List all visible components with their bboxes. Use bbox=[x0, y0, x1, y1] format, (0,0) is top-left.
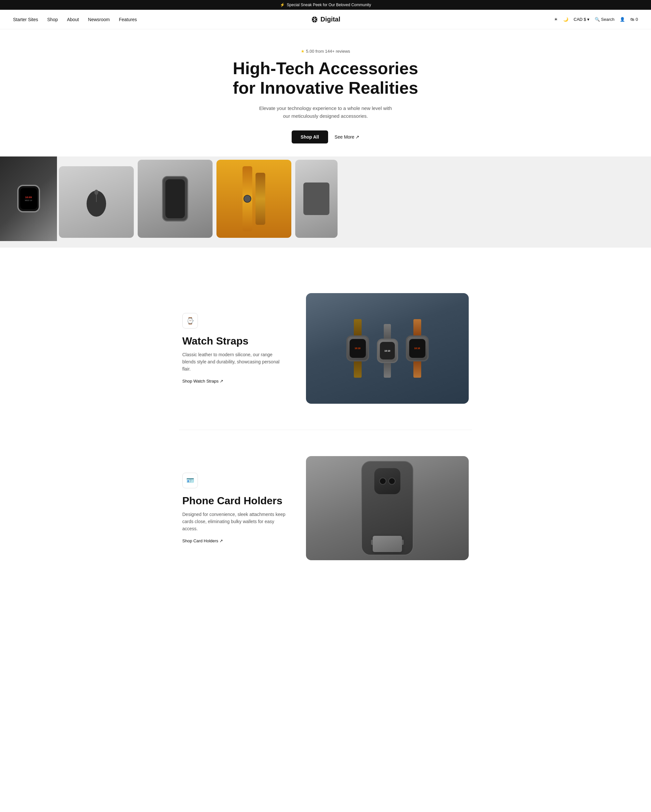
phone-card-section: 🪪 Phone Card Holders Designed for conven… bbox=[163, 430, 488, 586]
strip-item-watch[interactable]: 10:09 WED 14 bbox=[0, 156, 57, 241]
main-nav: Starter Sites Shop About Newsroom Featur… bbox=[13, 17, 137, 22]
hero-section: ★ 5.00 from 144+ reviews High-Tech Acces… bbox=[0, 29, 651, 156]
logo[interactable]: Digital bbox=[310, 15, 340, 23]
bag-icon: 🛍 bbox=[630, 17, 634, 22]
nav-features[interactable]: Features bbox=[119, 17, 137, 22]
phone-card-description: Designed for convenience, sleek attachme… bbox=[182, 511, 286, 533]
header-actions: ☀ 🌙 CAD $ ▾ 🔍 Search 👤 🛍 0 bbox=[554, 17, 638, 22]
nav-newsroom[interactable]: Newsroom bbox=[88, 17, 110, 22]
svg-point-2 bbox=[95, 190, 98, 195]
nav-shop[interactable]: Shop bbox=[47, 17, 58, 22]
card-icon: 🪪 bbox=[186, 476, 194, 484]
dark-mode-button[interactable]: 🌙 bbox=[563, 17, 568, 22]
account-button[interactable]: 👤 bbox=[620, 17, 625, 22]
logo-icon bbox=[310, 15, 318, 23]
watch-1: 10:10 bbox=[346, 319, 369, 378]
product-strip: 10:09 WED 14 bbox=[0, 156, 651, 247]
phone-card-image bbox=[306, 456, 469, 560]
watch-straps-section: ⌚ Watch Straps Classic leather to modern… bbox=[163, 267, 488, 430]
light-mode-button[interactable]: ☀ bbox=[554, 17, 558, 22]
watch-straps-text: ⌚ Watch Straps Classic leather to modern… bbox=[182, 313, 286, 384]
strip-item-case[interactable] bbox=[138, 160, 212, 238]
strip-item-strap[interactable] bbox=[217, 160, 291, 238]
phone-card-illustration bbox=[361, 461, 413, 555]
nav-starter-sites[interactable]: Starter Sites bbox=[13, 17, 38, 22]
rating-text: 5.00 from 144+ reviews bbox=[306, 49, 350, 54]
hero-actions: Shop All See More ↗ bbox=[6, 130, 645, 143]
hero-rating: ★ 5.00 from 144+ reviews bbox=[6, 49, 645, 54]
logo-text: Digital bbox=[320, 15, 340, 23]
star-icon: ★ bbox=[301, 49, 305, 54]
chevron-down-icon: ▾ bbox=[587, 17, 590, 22]
hero-headline: High-Tech Accessories for Innovative Rea… bbox=[222, 59, 429, 98]
watch-3: 10:10 bbox=[406, 319, 429, 378]
nav-about[interactable]: About bbox=[67, 17, 79, 22]
watch-straps-title: Watch Straps bbox=[182, 335, 286, 347]
announcement-text: Special Sneak Peek for Our Beloved Commu… bbox=[287, 3, 371, 7]
watch-icon: ⌚ bbox=[186, 317, 194, 325]
watch-icon-box: ⌚ bbox=[182, 313, 198, 328]
shop-watch-straps-link[interactable]: Shop Watch Straps ↗ bbox=[182, 379, 223, 383]
strip-item-desk[interactable] bbox=[295, 160, 338, 238]
search-icon: 🔍 bbox=[595, 17, 600, 22]
header: Starter Sites Shop About Newsroom Featur… bbox=[0, 10, 651, 29]
currency-selector[interactable]: CAD $ ▾ bbox=[573, 17, 589, 22]
phone-card-text: 🪪 Phone Card Holders Designed for conven… bbox=[182, 473, 286, 543]
card-icon-box: 🪪 bbox=[182, 473, 198, 488]
cart-button[interactable]: 🛍 0 bbox=[630, 17, 638, 22]
cart-count: 0 bbox=[636, 17, 638, 22]
strip-item-mouse[interactable] bbox=[59, 166, 134, 238]
phone-card-title: Phone Card Holders bbox=[182, 495, 286, 507]
watch-straps-image: 10:10 10:10 bbox=[306, 293, 469, 404]
bolt-icon: ⚡ bbox=[280, 3, 285, 7]
search-button[interactable]: 🔍 Search bbox=[595, 17, 614, 22]
search-label: Search bbox=[601, 17, 614, 22]
watch-2: 10:10 bbox=[377, 324, 398, 378]
watch-illustration: 10:10 10:10 bbox=[320, 293, 455, 404]
hero-subtext: Elevate your technology experience to a … bbox=[257, 104, 394, 120]
shop-card-holders-link[interactable]: Shop Card Holders ↗ bbox=[182, 539, 223, 543]
user-icon: 👤 bbox=[620, 17, 625, 22]
mouse-illustration bbox=[83, 186, 109, 218]
shop-all-button[interactable]: Shop All bbox=[292, 130, 328, 143]
currency-label: CAD $ bbox=[573, 17, 586, 22]
watch-straps-description: Classic leather to modern silicone, our … bbox=[182, 351, 286, 373]
see-more-link[interactable]: See More ↗ bbox=[335, 134, 360, 140]
announcement-bar: ⚡ Special Sneak Peek for Our Beloved Com… bbox=[0, 0, 651, 10]
